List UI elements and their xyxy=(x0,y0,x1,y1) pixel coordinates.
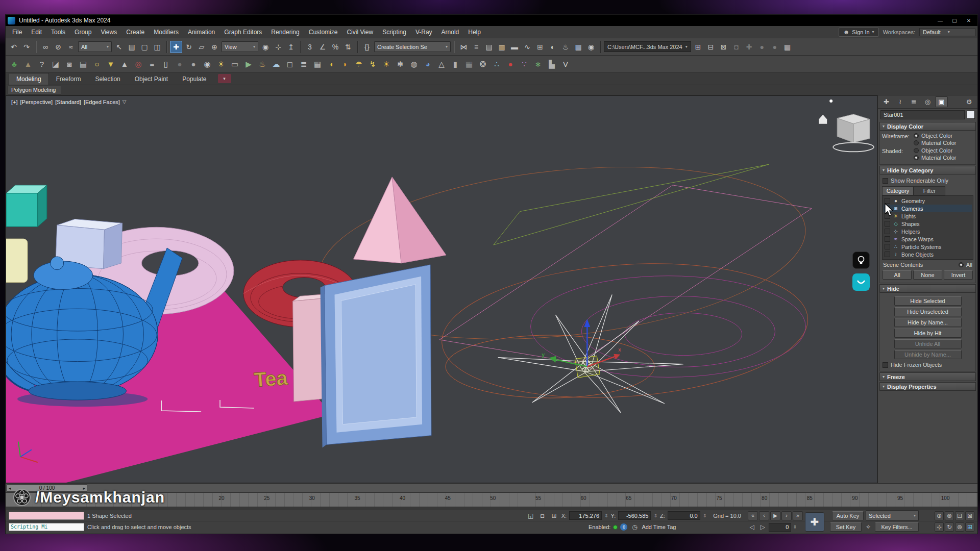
add-tool-icon[interactable]: ✚ xyxy=(743,41,755,53)
spline-rectangle[interactable] xyxy=(439,185,812,363)
curve-editor-icon[interactable]: ∿ xyxy=(521,41,533,53)
wireframe-material-color-radio[interactable]: Material Color xyxy=(914,140,956,146)
next-frame-icon[interactable]: › xyxy=(781,511,792,520)
viewport[interactable]: [+][Perspective][Standard][Edged Faces] … xyxy=(6,95,877,483)
menu-item[interactable]: Group xyxy=(70,26,96,38)
zoom-extents-icon[interactable]: ⊡ xyxy=(955,511,964,520)
help-icon[interactable]: ? xyxy=(35,58,48,71)
key-filters-icon[interactable]: ✧ xyxy=(864,522,873,532)
y-coordinate-field[interactable]: -560.585 xyxy=(618,511,651,520)
maximize-viewport-icon[interactable]: ⊞ xyxy=(965,522,974,532)
go-to-start-icon[interactable]: « xyxy=(748,511,758,520)
menu-item[interactable]: Animation xyxy=(183,26,219,38)
rollout-hide-header[interactable]: ▾ Hide xyxy=(879,284,976,293)
category-checkbox[interactable] xyxy=(885,221,890,227)
chart-icon[interactable]: ▙ xyxy=(545,58,558,71)
rollout-freeze-header[interactable]: ▾ Freeze xyxy=(879,372,976,381)
picture-frame[interactable] xyxy=(321,265,431,448)
category-row[interactable]: ● Geometry xyxy=(884,197,972,205)
enabled-led[interactable] xyxy=(613,525,618,530)
category-row[interactable]: ◇ Shapes xyxy=(884,220,972,228)
menu-item[interactable]: Tools xyxy=(46,26,70,38)
terrain-icon[interactable]: ▲ xyxy=(21,58,35,71)
lamp-right-icon[interactable]: ◗ xyxy=(338,58,352,71)
maximize-button[interactable]: ▢ xyxy=(948,16,961,25)
previous-frame-button[interactable]: ◂ xyxy=(9,486,11,491)
film-strip-icon[interactable]: ▤ xyxy=(77,58,90,71)
vray-icon[interactable]: V xyxy=(559,58,572,71)
toggle-ribbon-icon[interactable]: ▬ xyxy=(508,41,521,53)
viewport-label-segment[interactable]: [+] xyxy=(11,99,18,105)
unhide-button[interactable]: Unhide by Name... xyxy=(894,350,962,359)
crowd-icon[interactable]: ∵ xyxy=(518,58,531,71)
pyramid[interactable] xyxy=(353,177,446,263)
camera-plugin-icon[interactable]: ◙ xyxy=(63,58,76,71)
menu-item[interactable]: Customize xyxy=(304,26,342,38)
tab-filter[interactable]: Filter xyxy=(914,186,945,195)
category-checkbox[interactable] xyxy=(885,236,890,242)
toggle-scene-explorer-icon[interactable]: ▤ xyxy=(483,41,495,53)
set-key-button[interactable]: Set Key xyxy=(830,522,862,532)
checker-icon[interactable]: ▦ xyxy=(462,58,476,71)
hierarchy-tab-icon[interactable]: ≣ xyxy=(908,96,920,107)
add-button[interactable]: ✚ xyxy=(805,512,824,532)
close-button[interactable]: ✕ xyxy=(962,16,975,25)
tv-icon[interactable]: ◻ xyxy=(283,58,297,71)
building-icon[interactable]: ▮ xyxy=(449,58,462,71)
bind-to-space-warp-icon[interactable]: ≈ xyxy=(65,41,77,53)
hide-frozen-objects-checkbox[interactable]: Hide Frozen Objects xyxy=(882,361,973,369)
rendered-frame-window-icon[interactable]: ▦ xyxy=(572,41,584,53)
light-toggle-button[interactable] xyxy=(852,252,870,269)
window-crossing-toggle-icon[interactable]: ◫ xyxy=(151,41,163,53)
frame-spinner[interactable]: ⇕ xyxy=(793,524,797,530)
track-bar[interactable]: 20253035404550556065707580859095100 /Mey… xyxy=(6,493,977,507)
key-mode-select[interactable]: Selected▾ xyxy=(866,510,919,521)
hide-button[interactable]: Hide by Hit xyxy=(894,329,962,338)
rollout-display-color-header[interactable]: ▾ Display Color xyxy=(879,122,976,131)
material-editor-icon[interactable]: ◐ xyxy=(547,41,559,53)
key-filters-button[interactable]: Key Filters... xyxy=(875,522,919,532)
category-row[interactable]: ◙ Cameras xyxy=(884,205,972,212)
sun-icon[interactable]: ☀ xyxy=(380,58,393,71)
viewport-label-segment[interactable]: [Edged Faces] xyxy=(84,99,120,105)
view-cube[interactable] xyxy=(819,99,874,152)
ribbon-overflow-button[interactable]: ▾ xyxy=(218,74,231,83)
menu-item[interactable]: Civil View xyxy=(342,26,378,38)
zoom-region-icon[interactable]: ⊠ xyxy=(965,511,974,520)
zoom-icon[interactable]: ⊕ xyxy=(935,511,944,520)
align-icon[interactable]: ≡ xyxy=(470,41,482,53)
keyboard-shortcut-override-icon[interactable]: ↥ xyxy=(285,41,297,53)
forest-icon[interactable]: ♣ xyxy=(8,58,21,71)
sun-lamp-icon[interactable]: ☀ xyxy=(214,58,228,71)
recent-render-1-icon[interactable]: ● xyxy=(756,41,768,53)
toggle-layer-explorer-icon[interactable]: ▥ xyxy=(496,41,508,53)
auto-key-button[interactable]: Auto Key xyxy=(832,511,864,520)
clapperboard-icon[interactable]: ◪ xyxy=(49,58,62,71)
category-row[interactable]: ≈ Space Warps xyxy=(884,235,972,243)
snap-toggle-3d-icon[interactable]: 3 xyxy=(304,41,316,53)
rollout-display-properties-header[interactable]: ▾ Display Properties xyxy=(879,382,976,391)
teapot-render-icon[interactable]: ♨ xyxy=(256,58,269,71)
zoom-all-icon[interactable]: ⊛ xyxy=(945,511,954,520)
umbrella-icon[interactable]: ☂ xyxy=(352,58,365,71)
cone-icon[interactable]: ▲ xyxy=(118,58,131,71)
ribbon-tab[interactable]: Freeform xyxy=(49,73,88,85)
redo-icon[interactable]: ↷ xyxy=(20,41,33,53)
menu-item[interactable]: Arnold xyxy=(437,26,464,38)
lock-ui-icon[interactable]: ◘ xyxy=(730,41,743,53)
hide-button[interactable]: Hide Selected xyxy=(894,296,962,306)
x-coordinate-field[interactable]: 175.276 xyxy=(569,511,602,520)
category-filter-button[interactable]: Invert xyxy=(944,270,973,280)
ribbon-tab[interactable]: Populate xyxy=(175,73,213,85)
menu-item[interactable]: V-Ray xyxy=(411,26,437,38)
screen-play-icon[interactable]: ▶ xyxy=(242,58,255,71)
plugin-floating-button[interactable] xyxy=(852,273,870,291)
percent-snap-icon[interactable]: % xyxy=(329,41,341,53)
minimize-button[interactable]: — xyxy=(934,16,947,25)
select-and-place-icon[interactable]: ⊕ xyxy=(208,41,220,53)
document-icon[interactable]: ▯ xyxy=(159,58,173,71)
lightning-icon[interactable]: ↯ xyxy=(366,58,379,71)
use-pivot-center-icon[interactable]: ◉ xyxy=(259,41,272,53)
play-animation-icon[interactable]: ▶ xyxy=(770,511,780,520)
viewport-label-segment[interactable]: [Perspective] xyxy=(20,99,53,105)
